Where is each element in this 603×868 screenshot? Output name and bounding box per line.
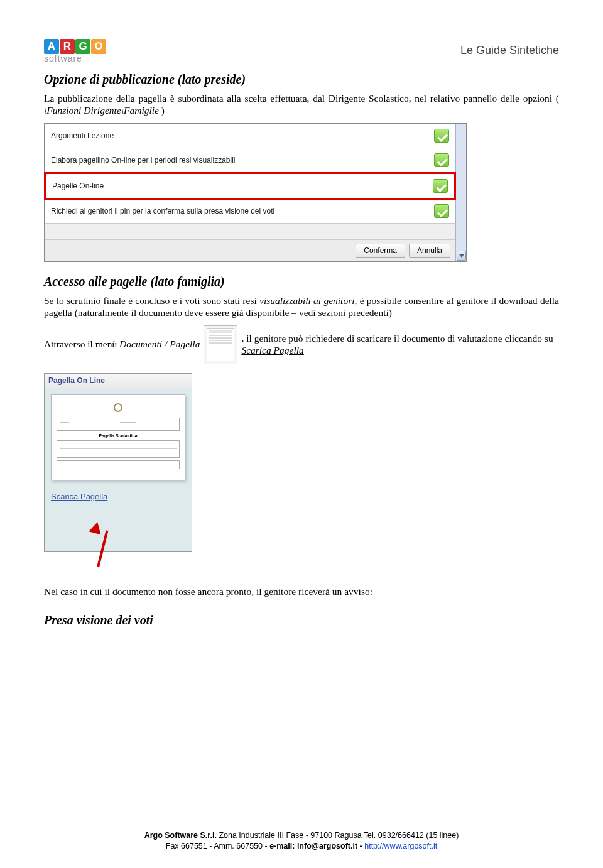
text-fragment-italic: \Funzioni Dirigente\Famiglie bbox=[44, 105, 159, 116]
document-preview: ――― ――――――――― Pagella Scolastica ――― ―― … bbox=[51, 394, 185, 480]
footer-url-link[interactable]: http://www.argosoft.it bbox=[364, 842, 437, 850]
option-row-highlighted[interactable]: Pagelle On-line bbox=[44, 172, 456, 200]
page-footer: Argo Software S.r.l. Zona Industriale II… bbox=[0, 830, 603, 852]
logo-letter: A bbox=[44, 39, 59, 54]
preview-text: ―― ――― ―― bbox=[60, 463, 177, 467]
logo-letter: G bbox=[75, 39, 90, 54]
cancel-button[interactable]: Annulla bbox=[409, 244, 450, 258]
section-title-3: Presa visione dei voti bbox=[44, 613, 559, 627]
text-fragment: , il genitore può richiedere di scaricar… bbox=[241, 333, 553, 344]
text-fragment-italic: visualizzabili ai genitori bbox=[259, 295, 354, 306]
window-titlebar: Pagella On Line bbox=[45, 374, 192, 388]
section-title-1: Opzione di pubblicazione (lato preside) bbox=[44, 72, 559, 87]
panel-footer: Conferma Annulla bbox=[45, 240, 455, 261]
scroll-down-icon[interactable] bbox=[457, 251, 466, 261]
text-fragment: La pubblicazione della pagella è subordi… bbox=[44, 93, 559, 104]
text-fragment: Attraverso il menù bbox=[44, 339, 119, 349]
logo-letter: R bbox=[60, 39, 75, 54]
option-label: Elabora pagellino On-line per i periodi … bbox=[51, 156, 235, 165]
inline-instruction: Attraverso il menù Documenti / Pagella ,… bbox=[44, 325, 559, 364]
section1-paragraph: La pubblicazione della pagella è subordi… bbox=[44, 93, 559, 117]
option-row[interactable]: Richiedi ai genitori il pin per la confe… bbox=[45, 199, 455, 224]
section2-paragraph: Se lo scrutinio finale è concluso e i vo… bbox=[44, 295, 559, 319]
logo-sublabel: software bbox=[44, 53, 82, 63]
preview-text: ―― ―― bbox=[57, 472, 180, 476]
option-label: Argomenti Lezione bbox=[51, 131, 114, 140]
preview-text: ―――― ――― bbox=[60, 451, 177, 455]
text-fragment: Se lo scrutinio finale è concluso e i vo… bbox=[44, 295, 259, 306]
text-fragment-italic: Documenti / Pagella bbox=[119, 339, 200, 349]
toggle-on-icon[interactable] bbox=[434, 204, 449, 218]
toggle-on-icon[interactable] bbox=[434, 153, 449, 167]
footer-address: Zona Industriale III Fase - 97100 Ragusa… bbox=[217, 831, 459, 840]
options-panel-screenshot: Argomenti Lezione Elabora pagellino On-l… bbox=[44, 123, 467, 262]
pagella-document-icon[interactable] bbox=[204, 325, 237, 364]
footer-fax: Fax 667551 - Amm. 667550 - bbox=[166, 842, 269, 850]
closing-paragraph: Nel caso in cui il documento non fosse a… bbox=[44, 586, 559, 598]
text-fragment: ) bbox=[159, 105, 165, 116]
confirm-button[interactable]: Conferma bbox=[356, 244, 405, 258]
scrollbar[interactable] bbox=[455, 124, 466, 261]
toggle-on-icon[interactable] bbox=[434, 129, 449, 143]
footer-email: e-mail: info@argosoft.it - bbox=[269, 842, 364, 850]
panel-spacer bbox=[45, 224, 455, 240]
brand-logo: A R G O software bbox=[44, 39, 106, 63]
logo-letter: O bbox=[91, 39, 106, 54]
preview-text: ――――――――― bbox=[120, 420, 177, 428]
option-label: Pagelle On-line bbox=[52, 182, 104, 190]
crest-icon bbox=[114, 403, 122, 412]
option-row[interactable]: Elabora pagellino On-line per i periodi … bbox=[45, 148, 455, 173]
page-header: A R G O software Le Guide Sintetiche bbox=[44, 39, 559, 63]
toggle-on-icon[interactable] bbox=[433, 179, 448, 193]
preview-text: ――― ―― ――― bbox=[60, 443, 177, 447]
guide-title: Le Guide Sintetiche bbox=[460, 44, 559, 57]
option-row[interactable]: Argomenti Lezione bbox=[45, 124, 455, 148]
text-fragment-underline: Scarica Pagella bbox=[241, 345, 303, 355]
download-pagella-link[interactable]: Scarica Pagella bbox=[51, 492, 107, 501]
preview-title: Pagella Scolastica bbox=[57, 433, 180, 438]
footer-company: Argo Software S.r.l. bbox=[144, 831, 217, 840]
option-label: Richiedi ai genitori il pin per la confe… bbox=[51, 207, 274, 215]
pagella-online-screenshot: Pagella On Line ――― ――――――――― Pagella Sc… bbox=[44, 373, 192, 552]
section-title-2: Accesso alle pagelle (lato famiglia) bbox=[44, 274, 559, 289]
annotation-arrow-icon bbox=[88, 526, 116, 567]
preview-text: ――― bbox=[60, 420, 116, 428]
